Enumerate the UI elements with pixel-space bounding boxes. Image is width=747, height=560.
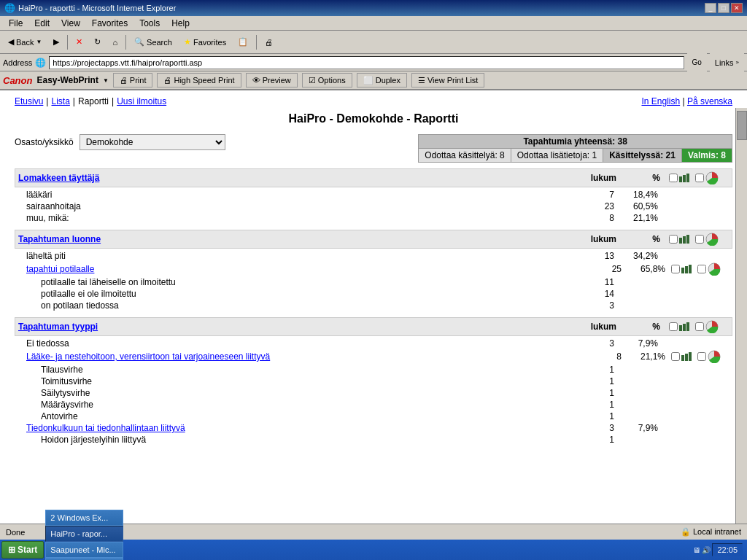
row-checkbox[interactable] (671, 352, 680, 361)
canon-viewlist-button[interactable]: ☰ View Print List (411, 73, 485, 88)
favorites-button[interactable]: ★ Favorites (179, 33, 231, 52)
canon-highspeed-button[interactable]: 🖨 High Speed Print (157, 73, 241, 88)
row-count: 7 (576, 190, 620, 200)
taskbar-task[interactable]: 2 Windows Ex... (45, 510, 123, 524)
back-button[interactable]: ◀ Back ▼ (3, 33, 47, 52)
home-icon: ⌂ (112, 38, 117, 47)
row-link[interactable]: Lääke- ja nestehoitoon, verensiirtoon ta… (26, 351, 584, 362)
back-icon: ◀ (8, 37, 14, 47)
row-pct: 65,8% (627, 264, 671, 274)
row-checkbox2[interactable] (697, 265, 706, 273)
section-checkbox2[interactable] (695, 322, 704, 331)
canon-preview-button[interactable]: 👁 Preview (246, 73, 298, 88)
svg-rect-12 (679, 325, 682, 331)
row-count: 11 (576, 277, 620, 287)
table-row: läheltä piti 13 34,2% (15, 250, 732, 262)
dept-select[interactable]: Demokohde (80, 134, 225, 150)
table-row: tapahtui potilaalle 25 65,8% (15, 262, 732, 276)
scrollbar-thumb[interactable] (737, 111, 747, 140)
row-count: 1 (576, 411, 620, 421)
history-button[interactable]: 📋 (233, 33, 253, 52)
report-sections: Lomakkeen täyttäjä lukum % lääkäri 7 18,… (15, 168, 732, 446)
bar-chart-small-icon (681, 352, 696, 361)
menu-help[interactable]: Help (166, 17, 196, 30)
refresh-button[interactable]: ↻ (89, 33, 106, 52)
nav-uusi-ilmoitus[interactable]: Uusi ilmoitus (117, 96, 166, 106)
menu-edit[interactable]: Edit (28, 17, 55, 30)
row-link[interactable]: tapahtui potilaalle (26, 264, 584, 274)
canon-brand: Canon (3, 75, 32, 86)
ie-toolbar: ◀ Back ▼ ▶ ✕ ↻ ⌂ 🔍 Search ★ Favorites 📋 … (0, 31, 747, 54)
row-label: on potilaan tiedossa (41, 300, 576, 311)
close-button[interactable]: ✕ (731, 3, 743, 13)
menu-favorites[interactable]: Favorites (86, 17, 133, 30)
row-count: 1 (576, 388, 620, 398)
canon-product: Easy-WebPrint (36, 75, 98, 85)
scrollbar[interactable] (735, 108, 747, 524)
lang-svenska[interactable]: På svenska (687, 96, 732, 106)
forward-button[interactable]: ▶ (48, 33, 64, 52)
department-row: Osasto/yksikkö Demokohde (15, 134, 225, 150)
section-checkbox[interactable] (669, 174, 678, 182)
table-row: potilaalle tai läheiselle on ilmoitettu … (15, 276, 732, 288)
row-checkbox2[interactable] (697, 352, 706, 361)
list-icon: ☰ (418, 76, 425, 85)
title-bar: 🌐 HaiPro - raportti - Microsoft Internet… (0, 0, 747, 16)
pie-chart-icon (705, 171, 719, 184)
canon-options-button[interactable]: ☑ Options (302, 73, 352, 88)
separator-2 (125, 35, 126, 50)
forward-icon: ▶ (53, 37, 59, 47)
title-bar-controls[interactable]: _ □ ✕ (705, 3, 743, 13)
svg-rect-8 (681, 268, 684, 273)
svg-rect-18 (689, 352, 692, 361)
row-count: 8 (584, 351, 627, 362)
printer-icon: 🖨 (120, 76, 128, 85)
links-expand-icon: » (736, 59, 739, 66)
svg-rect-0 (679, 176, 682, 182)
print-button[interactable]: 🖨 (260, 33, 278, 52)
lang-english[interactable]: In English (641, 96, 680, 106)
lukum-header: lukum (578, 319, 622, 334)
row-checkbox[interactable] (671, 265, 680, 273)
section-controls (666, 318, 732, 335)
nav-etusivu[interactable]: Etusivu (15, 96, 43, 106)
go-button[interactable]: Go (687, 53, 707, 72)
home-button[interactable]: ⌂ (107, 33, 123, 52)
section-checkbox2[interactable] (695, 174, 704, 182)
section-checkbox[interactable] (669, 322, 678, 331)
search-button[interactable]: 🔍 Search (129, 33, 177, 52)
summary-table: Tapahtumia yhteensä: 38 Odottaa käsittel… (418, 134, 732, 163)
svg-rect-1 (683, 175, 686, 182)
maximize-button[interactable]: □ (718, 3, 729, 13)
section-title-tapahtuman_luonne[interactable]: Tapahtuman luonne (15, 232, 578, 246)
address-input[interactable] (49, 56, 684, 69)
menu-tools[interactable]: Tools (133, 17, 166, 30)
links-button[interactable]: Links » (710, 53, 744, 72)
row-count: 3 (576, 423, 620, 433)
row-pct: 18,4% (620, 190, 664, 200)
row-label: sairaanhoitaja (26, 201, 576, 211)
row-pct: 60,5% (620, 201, 664, 211)
row-label: Määräysvirhe (41, 400, 576, 410)
dropdown-icon: ▼ (36, 39, 42, 45)
minimize-button[interactable]: _ (705, 3, 716, 13)
table-row: lääkäri 7 18,4% (15, 189, 732, 201)
canon-duplex-button[interactable]: ⬜ Duplex (357, 73, 407, 88)
row-count: 3 (576, 300, 620, 311)
nav-lista[interactable]: Lista (51, 96, 69, 106)
stop-button[interactable]: ✕ (71, 33, 88, 52)
page-icon: 🌐 (35, 58, 46, 68)
svg-rect-10 (689, 265, 692, 273)
pct-header: % (622, 232, 666, 246)
row-count: 3 (576, 338, 620, 349)
section-title-lomakkeen_tayttaja[interactable]: Lomakkeen täyttäjä (15, 171, 578, 185)
menu-view[interactable]: View (55, 17, 86, 30)
section-checkbox2[interactable] (695, 235, 704, 244)
menu-file[interactable]: File (3, 17, 28, 30)
table-row: sairaanhoitaja 23 60,5% (15, 201, 732, 212)
row-link[interactable]: Tiedonkulkuun tai tiedonhallintaan liitt… (26, 423, 576, 433)
canon-print-button[interactable]: 🖨 Print (113, 73, 153, 88)
section-checkbox[interactable] (669, 235, 678, 244)
options-checkbox-icon: ☑ (309, 76, 316, 85)
section-title-tapahtuman_tyyppi[interactable]: Tapahtuman tyyppi (15, 319, 578, 334)
